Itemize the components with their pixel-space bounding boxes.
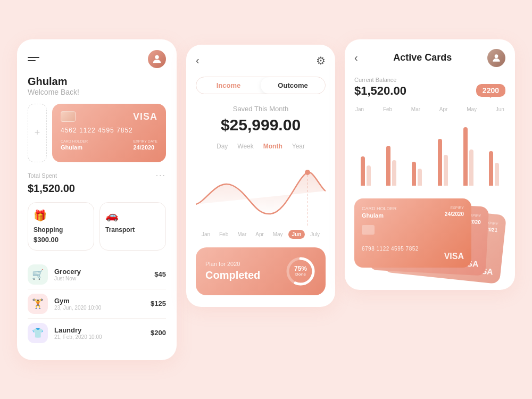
screen3-title: Active Cards (358, 52, 487, 63)
month-jan[interactable]: Jan (198, 230, 214, 239)
transport-icon: 🚗 (105, 209, 160, 222)
time-tabs: Day Week Month Year (196, 143, 326, 150)
month-may[interactable]: May (269, 230, 287, 239)
income-tab[interactable]: Income (196, 77, 261, 94)
bar-3b (418, 169, 422, 186)
balance-section: Current Balance $1,520.00 2200 (354, 77, 505, 98)
settings-icon[interactable]: ⚙ (316, 54, 326, 67)
total-spent-row: Total Spent ··· (28, 171, 166, 180)
month-axis: Jan Feb Mar Apr May Jun (354, 106, 505, 112)
saved-label: Saved This Month (196, 105, 326, 113)
screen1-header (28, 50, 166, 68)
transaction-gym[interactable]: 🏋 Gym 23, Jun, 2020 10:00 $125 (28, 289, 166, 319)
greeting-sub: Welcome Back! (28, 88, 166, 96)
back-button-3[interactable]: ‹ (354, 52, 358, 64)
bar-group-4 (434, 139, 452, 186)
bar-group-6 (485, 151, 503, 186)
laundry-info: Laundry 21, Feb, 2020 10:00 (54, 326, 144, 340)
bar-group-5 (459, 127, 477, 186)
screen3-card: ‹ Active Cards Current Balance $1,520.00… (345, 39, 515, 290)
cardf-holder-label: Card Holder (362, 206, 397, 211)
income-outcome-toggle: Income Outcome (196, 77, 326, 94)
cardf-expiry-label: Expiry (450, 206, 464, 210)
outcome-tab[interactable]: Outcome (261, 77, 325, 94)
screen1-card: Ghulam Welcome Back! + VISA 4562 1122 45… (17, 39, 177, 360)
category-shopping-name: Shopping (34, 226, 88, 234)
total-spent-amount: $1,520.00 (28, 182, 166, 195)
laundry-time: 21, Feb, 2020 10:00 (54, 334, 144, 340)
tab-month[interactable]: Month (263, 143, 282, 150)
month-mar[interactable]: Mar (234, 230, 250, 239)
grocery-amount: $45 (154, 270, 166, 278)
axis-feb: Feb (383, 106, 392, 112)
plan-text: Plan for 2020 Completed (205, 261, 260, 281)
plan-title: Completed (205, 269, 260, 281)
user-avatar-3[interactable] (487, 49, 505, 67)
visa-logo: VISA (133, 111, 157, 122)
card-front[interactable]: Card Holder Ghulam Expiry 24/2020 6798 1… (354, 198, 471, 268)
bar-2b (392, 160, 396, 186)
cardf-expiry: 24/2020 (445, 211, 464, 217)
axis-jan: Jan (355, 106, 364, 112)
axis-may: May (467, 106, 477, 112)
screen2-header: ‹ ⚙ (196, 54, 326, 67)
gym-icon: 🏋 (28, 294, 48, 314)
tab-day[interactable]: Day (217, 143, 228, 150)
bar-group-2 (382, 146, 400, 186)
transaction-laundry[interactable]: 👕 Laundry 21, Feb, 2020 10:00 $200 (28, 319, 166, 347)
bar-4a (438, 139, 442, 186)
transaction-list: 🛒 Grocery Just Now $45 🏋 Gym 23, Jun, 20… (28, 260, 166, 347)
dots-menu[interactable]: ··· (156, 171, 166, 180)
hamburger-menu[interactable] (28, 57, 39, 61)
month-july[interactable]: July (306, 230, 323, 239)
add-card-button[interactable]: + (28, 104, 47, 162)
tab-year[interactable]: Year (292, 143, 305, 150)
month-labels: Jan Feb Mar Apr May Jun July (196, 230, 326, 239)
back-button[interactable]: ‹ (196, 54, 200, 66)
cards-stack: Card Holder David Expiry 20, 2021 9923 1… (354, 198, 505, 278)
category-transport-name: Transport (105, 226, 160, 234)
laundry-icon: 👕 (28, 323, 48, 343)
chart-area (196, 156, 326, 226)
axis-apr: Apr (439, 106, 448, 112)
axis-mar: Mar (411, 106, 420, 112)
total-spent-label: Total Spent (28, 172, 57, 179)
gym-time: 23, Jun, 2020 10:00 (54, 305, 144, 311)
card-holder-name: Ghulam (61, 144, 88, 151)
progress-circle: 75% Done (285, 256, 316, 287)
category-shopping[interactable]: 🎁 Shopping $300.00 (28, 202, 94, 251)
transaction-grocery[interactable]: 🛒 Grocery Just Now $45 (28, 260, 166, 289)
month-feb[interactable]: Feb (215, 230, 232, 239)
category-shopping-amount: $300.00 (34, 236, 88, 244)
gym-name: Gym (54, 297, 144, 305)
month-apr[interactable]: Apr (252, 230, 268, 239)
balance-badge: 2200 (476, 84, 505, 97)
month-jun[interactable]: Jun (288, 230, 305, 239)
cardf-holder-name: Ghulam (362, 212, 384, 219)
category-boxes: 🎁 Shopping $300.00 🚗 Transport (28, 202, 166, 251)
cardf-visa: VISA (444, 252, 464, 261)
shopping-icon: 🎁 (34, 209, 88, 222)
screen2-card: ‹ ⚙ Income Outcome Saved This Month $25,… (186, 45, 335, 307)
bar-6a (489, 151, 493, 186)
cardf-chip (362, 225, 375, 235)
greeting-name: Ghulam (28, 76, 166, 88)
saved-amount: $25,999.00 (196, 116, 326, 134)
bar-chart (354, 117, 505, 186)
card-number: 4562 1122 4595 7852 (61, 127, 157, 134)
bar-2a (386, 146, 390, 186)
laundry-name: Laundry (54, 326, 144, 334)
bar-4b (444, 155, 448, 186)
bar-1a (361, 156, 365, 186)
category-transport[interactable]: 🚗 Transport (99, 202, 166, 251)
user-avatar[interactable] (148, 50, 166, 68)
svg-point-1 (305, 170, 310, 175)
credit-card[interactable]: VISA 4562 1122 4595 7852 CARD HOLDER Ghu… (52, 104, 166, 162)
tab-week[interactable]: Week (237, 143, 253, 150)
bar-6b (495, 163, 499, 186)
balance-amount: $1,520.00 (354, 84, 406, 98)
svg-point-0 (155, 55, 159, 59)
bar-1b (367, 165, 371, 186)
plan-box: Plan for 2020 Completed 75% Done (196, 247, 326, 295)
grocery-time: Just Now (54, 276, 148, 281)
